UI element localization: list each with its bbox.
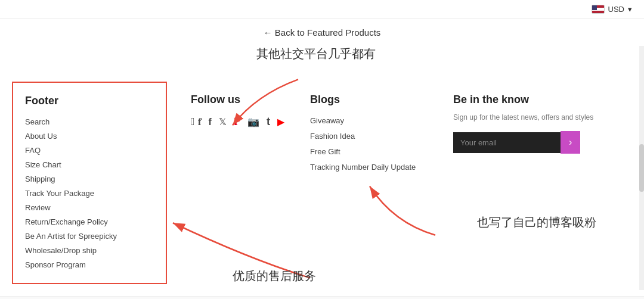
know-section: Be in the know Sign up for the latest ne… [453,94,632,284]
list-item: Search [25,117,148,126]
footer-link-sponsor[interactable]: Sponsor Program [25,260,86,269]
footer-link-track[interactable]: Track Your Package [25,189,94,198]
footer-link-return[interactable]: Return/Exchange Policy [25,217,108,226]
follow-section: Follow us  𝐟 f 𝕏 𝐏 📷 t ▶ [191,94,286,284]
blog-link-fashion[interactable]: Fashion Idea [310,132,355,141]
pinterest-icon[interactable]: 𝐏 [234,116,240,128]
footer-link-wholesale[interactable]: Wholesale/Drop ship [25,246,97,255]
footer-link-size[interactable]: Size Chart [25,160,61,169]
list-item: Review [25,203,148,212]
list-item: About Us [25,131,148,141]
know-heading: Be in the know [453,94,632,106]
scrollbar[interactable] [639,46,644,290]
blog-link-free-gift[interactable]: Free Gift [310,147,340,156]
list-item: Size Chart [25,160,148,169]
list-item: FAQ [25,145,148,155]
us-flag-icon [592,5,605,14]
blog-links-list: Giveaway Fashion Idea Free Gift Tracking… [310,116,429,172]
know-description: Sign up for the latest news, offers and … [453,112,632,123]
scrollbar-thumb[interactable] [639,144,644,192]
main-content: 其他社交平台几乎都有 也写了自己的博客吸粉 优质的售后服务 Footer Sea… [0,46,644,290]
back-link-label: Back to Featured Products [275,27,381,38]
footer-link-review[interactable]: Review [25,203,51,212]
blog-link-giveaway[interactable]: Giveaway [310,116,344,125]
top-bar: USD ▾ [0,0,644,19]
back-link[interactable]: ← Back to Featured Products [264,27,381,38]
annotation-blog: 也写了自己的博客吸粉 [477,214,596,231]
instagram-icon[interactable]: 📷 [247,116,259,127]
list-item: Sponsor Program [25,260,148,269]
list-item: Giveaway [310,116,429,125]
back-link-bar: ← Back to Featured Products [0,19,644,46]
currency-selector[interactable]: USD ▾ [592,5,632,14]
footer-heading: Footer [25,95,148,107]
twitter-icon[interactable]: 𝕏 [219,116,227,127]
email-input[interactable] [453,132,561,153]
list-item: Return/Exchange Policy [25,217,148,226]
currency-label: USD [608,5,624,14]
back-arrow: ← [264,27,273,38]
blogs-heading: Blogs [310,94,429,106]
social-icons:  𝐟 f 𝕏 𝐏 📷 t ▶ [191,116,286,128]
blog-link-tracking[interactable]: Tracking Number Daily Update [310,163,416,172]
email-submit-button[interactable]: › [561,131,580,154]
footer-link-faq[interactable]: FAQ [25,146,41,155]
footer-link-search[interactable]: Search [25,117,49,126]
list-item: Tracking Number Daily Update [310,162,429,172]
currency-arrow: ▾ [628,5,632,14]
tumblr-icon[interactable]: t [267,116,270,128]
list-item: Fashion Idea [310,131,429,141]
footer-link-shipping[interactable]: Shipping [25,175,55,183]
annotation-social: 其他社交平台几乎都有 [256,46,376,62]
facebook-icon[interactable]:  𝐟 [191,116,202,128]
footer-link-about[interactable]: About Us [25,132,57,141]
email-form: › [453,131,632,154]
footer-bottom: © 2019, SpreePicky.Powered By Shopify AM… [0,296,644,299]
footer-links-list: Search About Us FAQ Size Chart Shipping … [25,117,148,269]
list-item: Be An Artist for Spreepicky [25,231,148,241]
youtube-icon[interactable]: ▶ [277,116,284,127]
blogs-section: Blogs Giveaway Fashion Idea Free Gift Tr… [310,94,429,284]
list-item: Free Gift [310,147,429,156]
list-item: Shipping [25,174,148,183]
list-item: Track Your Package [25,188,148,198]
follow-heading: Follow us [191,94,286,106]
annotation-service: 优质的售后服务 [233,268,316,284]
footer-link-artist[interactable]: Be An Artist for Spreepicky [25,232,117,241]
footer-box: Footer Search About Us FAQ Size Chart Sh… [12,82,167,284]
facebook-icon[interactable]: f [209,117,212,127]
list-item: Wholesale/Drop ship [25,245,148,255]
